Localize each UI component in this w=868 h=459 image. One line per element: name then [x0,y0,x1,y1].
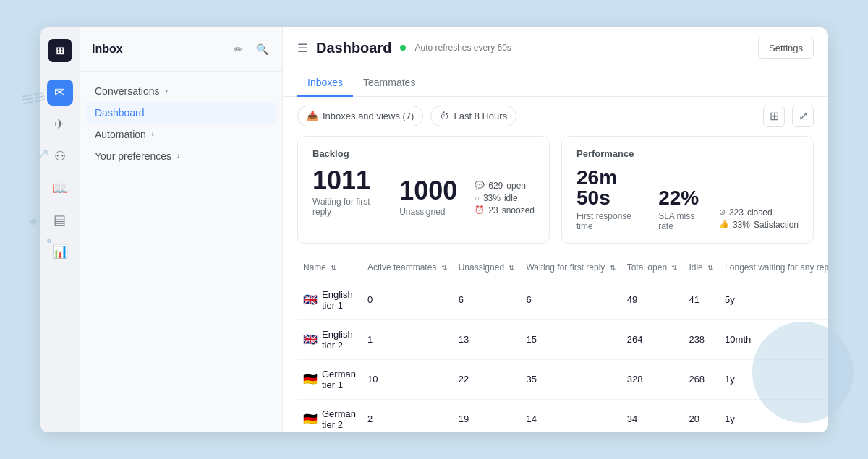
cell-total-3: 34 [621,399,684,432]
sidebar-header-icons: ✏ 🔍 [230,40,271,58]
waiting-count: 1011 [312,168,382,194]
snoozed-count: 23 [488,205,498,215]
col-idle[interactable]: Idle ⇅ [683,255,719,280]
cell-idle-1: 238 [683,319,719,359]
grid-view-btn[interactable]: ⊞ [763,106,785,127]
cell-name-0: 🇬🇧 English tier 1 [297,280,362,319]
inboxes-filter-btn[interactable]: 📥 Inboxes and views (7) [297,106,423,126]
stats-row: Backlog 1011 Waiting for first reply 100… [283,136,828,255]
open-icon: 💬 [475,181,485,190]
unassigned-label: Unassigned [399,207,457,217]
cell-idle-0: 41 [683,280,719,319]
idle-item: ○ 33% idle [475,193,535,203]
tab-inboxes[interactable]: Inboxes [297,69,353,97]
response-time-label: First response time [576,211,641,231]
nav-icon-book[interactable]: 📖 [47,175,73,201]
snoozed-icon: ⏰ [475,205,485,215]
sort-icon-unassigned: ⇅ [509,264,514,272]
tab-teammates[interactable]: Teammates [353,69,425,97]
table-header: Name ⇅ Active teammates ⇅ Unassigned ⇅ [297,255,828,280]
satisfaction-item: 👍 33% Satisfaction [719,220,799,230]
nav-icon-send[interactable]: ✈ [47,111,73,137]
search-icon[interactable]: 🔍 [253,40,271,58]
automation-label: Automation [95,129,146,140]
expand-view-btn[interactable]: ⤢ [792,106,814,127]
cell-idle-2: 268 [683,359,719,399]
backlog-side: 💬 629 open ○ 33% idle ⏰ 23 [475,181,535,215]
deco-arrow: ↗ [36,145,49,163]
nav-icon-notes[interactable]: ▤ [47,207,73,233]
perf-extras: ⊘ 323 closed 👍 33% Satisfaction [719,207,799,230]
flag-2: 🇩🇪 [303,372,318,386]
closed-label: closed [747,207,773,218]
name-2: German tier 1 [322,369,356,390]
name-1: English tier 2 [322,329,356,351]
sla-label: SLA miss rate [658,211,702,231]
name-3: German tier 2 [322,408,356,430]
backlog-card: Backlog 1011 Waiting for first reply 100… [297,136,550,244]
satisfaction-label: Satisfaction [754,220,799,230]
time-filter-label: Last 8 Hours [454,111,507,121]
logo: ⊞ [48,39,72,62]
idle-percent: 33% [483,193,501,203]
conversations-label: Conversations [95,85,160,97]
cell-teammates-3: 2 [362,399,453,432]
cell-waiting-2: 35 [520,359,621,399]
nav-icon-inbox[interactable]: ✉ [47,80,73,106]
dashboard-label: Dashboard [95,107,145,119]
app-container: ⊞ ✉ ✈ ⚇ 📖 ▤ 📊 Inbox ✏ 🔍 Conversations [40,27,828,432]
performance-card: Performance 26m 50s First response time … [561,136,814,244]
cell-unassigned-0: 6 [453,280,521,319]
deco-star: ✦ [27,213,40,231]
col-name[interactable]: Name ⇅ [297,255,362,280]
page-title: Dashboard [316,40,391,56]
cell-idle-3: 20 [683,399,719,432]
deco-lines: ≡≡ [20,85,47,111]
flag-1: 🇬🇧 [303,333,318,346]
cell-waiting-1: 15 [520,319,621,359]
sla-value: 22% [658,188,702,208]
inbox-icon: 📥 [307,111,318,121]
conversations-chevron: › [166,87,168,95]
cell-total-0: 49 [621,280,684,319]
cell-waiting-3: 14 [520,399,621,432]
idle-icon: ○ [475,194,480,202]
col-longest-waiting[interactable]: Longest waiting for any reply ⇅ [719,255,828,280]
sidebar-item-conversations[interactable]: Conversations › [86,80,276,102]
open-label: open [506,181,526,191]
backlog-content: 1011 Waiting for first reply 1000 Unassi… [312,168,535,217]
nav-icon-people[interactable]: ⚇ [47,143,73,169]
deco-circle [752,322,854,423]
sidebar-item-automation[interactable]: Automation › [86,124,276,145]
compose-icon[interactable]: ✏ [230,40,247,58]
closed-item: ⊘ 323 closed [719,207,799,218]
flag-0: 🇬🇧 [303,293,318,306]
closed-count: 323 [729,207,744,218]
col-total-open[interactable]: Total open ⇅ [621,255,684,280]
cell-unassigned-2: 22 [453,359,521,399]
col-unassigned[interactable]: Unassigned ⇅ [453,255,521,280]
unassigned-stat: 1000 Unassigned [399,178,457,217]
table-row: 🇬🇧 English tier 2 1 13 15 264 238 10mth [297,319,828,359]
inboxes-filter-label: Inboxes and views (7) [323,111,414,121]
backlog-title: Backlog [312,148,535,159]
cell-total-1: 264 [621,319,684,359]
time-filter-btn[interactable]: ⏱ Last 8 Hours [430,106,516,126]
name-0: English tier 1 [322,289,356,311]
performance-content: 26m 50s First response time 22% SLA miss… [576,168,799,231]
cell-teammates-0: 0 [362,280,453,319]
satisfaction-percent: 33% [733,220,750,230]
waiting-stat: 1011 Waiting for first reply [312,168,382,217]
sidebar-item-dashboard[interactable]: Dashboard [86,102,276,124]
perf-group: 26m 50s First response time 22% SLA miss… [576,168,799,231]
hamburger-icon[interactable]: ☰ [297,41,307,55]
settings-button[interactable]: Settings [758,38,814,59]
sidebar-item-preferences[interactable]: Your preferences › [86,145,276,167]
col-waiting[interactable]: Waiting for first reply ⇅ [520,255,621,280]
status-dot [400,45,406,51]
sidebar-nav: Conversations › Dashboard Automation › Y… [80,72,282,432]
deco-dot [47,239,51,243]
col-active-teammates[interactable]: Active teammates ⇅ [362,255,453,280]
table-body: 🇬🇧 English tier 1 0 6 6 49 41 5y 🇬🇧 Engl… [297,280,828,432]
left-icon-bar: ⊞ ✉ ✈ ⚇ 📖 ▤ 📊 [40,27,80,432]
